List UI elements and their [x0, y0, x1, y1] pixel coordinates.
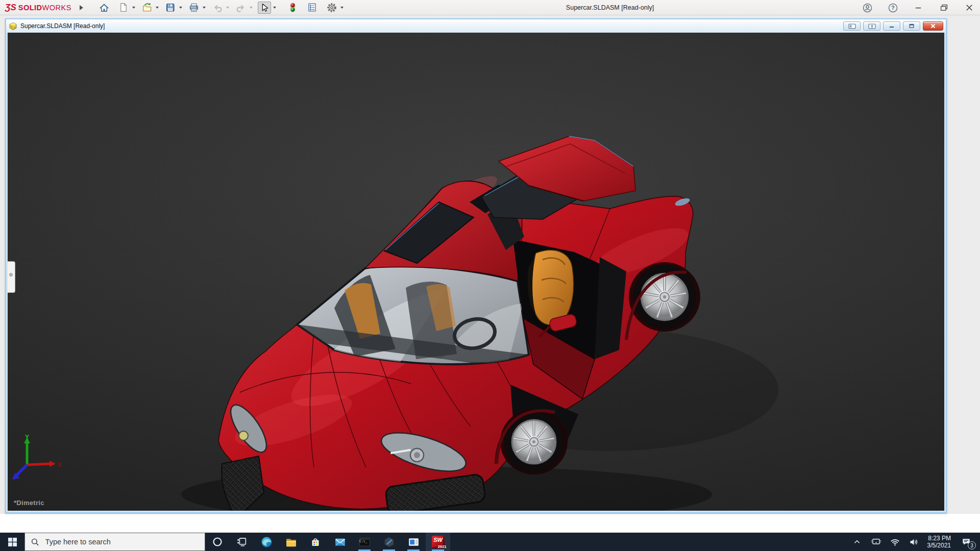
open-button[interactable] [140, 2, 154, 14]
terminal-prompt-text: C:\_ [359, 539, 368, 543]
doc-restore-button[interactable] [903, 21, 920, 31]
tray-show-hidden-button[interactable] [851, 534, 863, 549]
svg-text:?: ? [891, 5, 895, 11]
triad-y-label: Y [25, 434, 29, 441]
print-icon [189, 3, 199, 13]
new-document-dropdown[interactable] [131, 2, 137, 14]
app-window-title: Supercar.SLDASM [Read-only] [566, 0, 654, 15]
clock-date: 3/5/2021 [927, 542, 951, 549]
minimize-button[interactable] [912, 1, 925, 14]
graphics-viewport[interactable]: Y X *Dimetric [8, 33, 944, 511]
taskbar-clock[interactable]: 8:23 PM 3/5/2021 [927, 535, 951, 549]
rebuild-button[interactable] [286, 2, 300, 14]
taskbar-item-file-explorer[interactable] [279, 533, 303, 551]
solidworks-app-icon: SW 2021 [432, 536, 445, 548]
open-dropdown[interactable] [154, 2, 160, 14]
taskbar-item-terminal[interactable]: C:\_ [352, 533, 377, 551]
solidworks-icon-letters: SW [432, 537, 445, 543]
tray-volume-button[interactable] [908, 534, 919, 549]
new-document-icon [118, 3, 128, 12]
taskbar-item-mail[interactable] [328, 533, 352, 551]
restore-button[interactable] [937, 1, 950, 14]
taskbar-item-cortana[interactable] [205, 533, 230, 551]
menu-expand-arrow-icon[interactable] [80, 5, 86, 10]
system-tray: 8:23 PM 3/5/2021 3 [847, 533, 980, 551]
taskbar-item-media-app[interactable] [401, 533, 426, 551]
select-cursor-icon [259, 3, 269, 12]
search-input[interactable] [45, 538, 199, 546]
orientation-triad: Y X [9, 433, 65, 489]
redo-icon [236, 3, 246, 13]
open-folder-icon [142, 3, 152, 13]
options-button[interactable] [325, 2, 338, 14]
select-button[interactable] [258, 2, 271, 14]
3d-model-supercar[interactable] [8, 33, 944, 511]
new-document-button[interactable] [117, 2, 130, 14]
taskbar-item-hexagon-app[interactable] [377, 533, 401, 551]
pane-toggle-split-button[interactable] [863, 21, 880, 31]
status-bar [0, 513, 980, 533]
help-icon: ? [888, 3, 898, 13]
file-properties-icon [307, 3, 317, 12]
doc-restore-icon [909, 23, 915, 29]
mail-icon [334, 536, 347, 548]
close-icon [966, 4, 973, 11]
taskbar-item-task-view[interactable] [230, 533, 254, 551]
document-window-buttons [843, 21, 943, 31]
doc-close-button[interactable] [923, 21, 943, 31]
redo-button[interactable] [234, 2, 248, 14]
tray-wifi-button[interactable] [889, 534, 900, 549]
home-button[interactable] [97, 2, 111, 14]
chevron-up-icon [852, 537, 862, 546]
save-button[interactable] [164, 2, 177, 14]
pane-toggle-left-button[interactable] [843, 21, 861, 31]
options-dropdown[interactable] [339, 2, 345, 14]
account-button[interactable] [861, 1, 874, 14]
home-icon [99, 3, 109, 13]
undo-button[interactable] [211, 2, 224, 14]
windows-logo-icon [8, 538, 17, 546]
solidworks-logo: ƷSSOLIDWORKS [5, 3, 71, 13]
undo-dropdown[interactable] [225, 2, 231, 14]
taskbar-item-solidworks[interactable]: SW 2021 [426, 533, 450, 551]
file-explorer-icon [285, 536, 298, 548]
restore-icon [940, 4, 948, 12]
redo-dropdown[interactable] [248, 2, 254, 14]
triad-x-label: X [58, 461, 62, 468]
doc-close-icon [930, 23, 936, 29]
taskbar-item-store[interactable] [303, 533, 328, 551]
edge-browser-icon [260, 536, 273, 548]
feature-manager-collapsed-tab[interactable] [8, 261, 15, 293]
gear-icon [327, 3, 337, 13]
media-app-icon [407, 536, 420, 548]
start-button[interactable] [0, 533, 24, 551]
display-device-icon [871, 537, 881, 547]
help-button[interactable]: ? [886, 1, 899, 14]
pane-left-icon [848, 23, 856, 29]
taskbar-item-edge[interactable] [254, 533, 279, 551]
mdi-workspace: Supercar.SLDASM [Read-only] [0, 15, 980, 533]
rebuild-traffic-light-icon [288, 3, 298, 12]
doc-minimize-button[interactable] [883, 21, 900, 31]
windows-taskbar: C:\_ SW 2021 [0, 533, 980, 551]
print-button[interactable] [187, 2, 201, 14]
microsoft-store-icon [309, 536, 322, 548]
file-properties-button[interactable] [306, 2, 319, 14]
titlebar-controls: ? [861, 0, 976, 15]
taskbar-search[interactable] [24, 533, 205, 551]
doc-minimize-icon [889, 23, 895, 29]
document-titlebar[interactable]: Supercar.SLDASM [Read-only] [6, 19, 946, 33]
solidworks-logo-glyph: ƷS [5, 3, 16, 13]
speaker-icon [909, 537, 919, 547]
action-center-button[interactable]: 3 [959, 534, 974, 549]
document-title: Supercar.SLDASM [Read-only] [20, 22, 105, 30]
quick-access-toolbar [97, 0, 348, 15]
save-icon [165, 3, 175, 12]
solidworks-titlebar[interactable]: ƷSSOLIDWORKS [0, 0, 980, 15]
notification-count-badge: 3 [968, 541, 976, 549]
select-dropdown[interactable] [272, 2, 278, 14]
save-dropdown[interactable] [178, 2, 184, 14]
close-button[interactable] [963, 1, 976, 14]
tray-display-button[interactable] [870, 534, 881, 549]
print-dropdown[interactable] [201, 2, 207, 14]
